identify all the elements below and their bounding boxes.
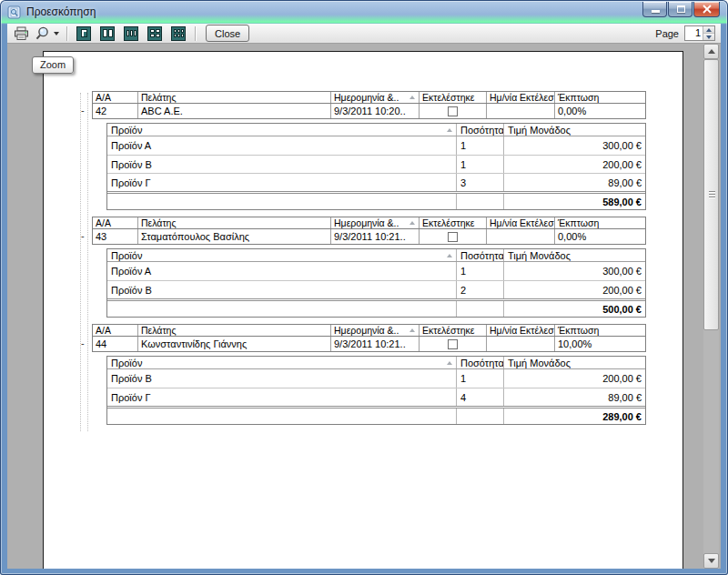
one-page-layout-button[interactable] bbox=[72, 25, 96, 43]
price-cell: 200,00 € bbox=[504, 369, 645, 388]
detail-header-row: Προϊόν Ποσότητα Τιμή Μονάδος bbox=[107, 249, 645, 262]
detail-header-row: Προϊόν Ποσότητα Τιμή Μονάδος bbox=[107, 357, 645, 369]
scroll-down-button[interactable] bbox=[703, 553, 719, 569]
spin-up-icon bbox=[706, 28, 712, 32]
preview-window: Προεσκόπηση bbox=[0, 0, 728, 575]
sort-asc-icon bbox=[410, 96, 415, 99]
group-footer-row: 589,00 € bbox=[107, 191, 645, 209]
page-down-button[interactable] bbox=[703, 34, 714, 40]
vertical-scrollbar[interactable] bbox=[703, 44, 719, 569]
report-page: - Α/Α Πελάτης Ημερομηνία &.. Εκτελέστηκε… bbox=[43, 51, 683, 569]
collapse-indicator[interactable]: - bbox=[81, 336, 85, 350]
maximize-button[interactable] bbox=[668, 2, 693, 17]
master-data-row: 43 Σταματόπουλος Βασίλης 9/3/2011 10:21.… bbox=[93, 229, 645, 244]
column-header-exec-date: Ημ/νία Εκτέλεσ.. bbox=[487, 325, 555, 336]
scroll-up-button[interactable] bbox=[703, 44, 719, 59]
print-button[interactable] bbox=[11, 25, 32, 43]
titlebar: Προεσκόπηση bbox=[0, 0, 728, 24]
detail-row: Προϊόν Α 1 300,00 € bbox=[107, 136, 645, 155]
qty-cell: 1 bbox=[457, 369, 504, 388]
zoom-dropdown-icon[interactable] bbox=[54, 32, 59, 35]
scrollbar-thumb[interactable] bbox=[703, 59, 719, 330]
executed-cell bbox=[420, 337, 487, 351]
detail-table: Προϊόν Ποσότητα Τιμή Μονάδος Προϊόν Β 1 … bbox=[106, 356, 646, 425]
close-icon bbox=[702, 5, 713, 14]
qty-cell: 2 bbox=[457, 281, 504, 298]
page-number-value[interactable]: 1 bbox=[685, 26, 703, 40]
four-pages-icon bbox=[147, 26, 162, 41]
group-total: 589,00 € bbox=[504, 194, 645, 209]
product-cell: Προϊόν Β bbox=[107, 281, 457, 298]
qty-cell: 1 bbox=[457, 136, 504, 155]
sort-asc-icon bbox=[410, 221, 415, 225]
collapse-indicator[interactable]: - bbox=[81, 103, 85, 117]
minimize-button[interactable] bbox=[642, 2, 667, 17]
sort-asc-icon bbox=[447, 128, 452, 132]
column-header-datetime-label: Ημερομηνία &.. bbox=[334, 92, 399, 103]
window-title: Προεσκόπηση bbox=[26, 5, 96, 18]
column-header-datetime-label: Ημερομηνία &.. bbox=[334, 217, 399, 228]
discount-cell: 10,00% bbox=[555, 337, 645, 351]
order-group: - Α/Α Πελάτης Ημερομηνία &.. Εκτελέστηκε… bbox=[92, 324, 646, 425]
column-header-exec-date: Ημ/νία Εκτέλεσ.. bbox=[487, 217, 555, 228]
column-header-client: Πελάτης bbox=[138, 217, 331, 228]
window-icon bbox=[7, 5, 21, 19]
column-header-product: Προϊόν bbox=[107, 357, 457, 368]
qty-cell: 3 bbox=[457, 174, 504, 191]
detail-row: Προϊόν Γ 4 89,00 € bbox=[107, 388, 645, 406]
footer-empty-cell bbox=[107, 301, 457, 317]
four-pages-layout-button[interactable] bbox=[143, 25, 167, 43]
executed-checkbox bbox=[448, 339, 458, 349]
column-header-discount: Έκπτωση bbox=[555, 92, 645, 103]
page-spinner[interactable]: 1 bbox=[684, 25, 715, 41]
master-header-row: Α/Α Πελάτης Ημερομηνία &.. Εκτελέστηκε Η… bbox=[93, 217, 645, 229]
column-header-product-label: Προϊόν bbox=[111, 125, 142, 136]
column-header-qty: Ποσότητα bbox=[457, 124, 504, 136]
datetime-cell: 9/3/2011 10:21.. bbox=[331, 229, 420, 244]
product-cell: Προϊόν Β bbox=[107, 369, 457, 388]
column-header-datetime: Ημερομηνία &.. bbox=[331, 217, 420, 228]
column-header-product: Προϊόν bbox=[107, 124, 457, 136]
two-pages-layout-button[interactable] bbox=[96, 25, 119, 43]
sort-asc-icon bbox=[410, 328, 415, 332]
six-pages-layout-button[interactable] bbox=[167, 25, 190, 43]
column-header-unit-price: Τιμή Μονάδος bbox=[504, 124, 645, 136]
detail-row: Προϊόν Β 1 200,00 € bbox=[107, 369, 645, 388]
price-cell: 300,00 € bbox=[504, 136, 645, 155]
column-header-qty: Ποσότητα bbox=[457, 249, 504, 261]
close-window-button[interactable] bbox=[693, 2, 720, 17]
column-header-product-label: Προϊόν bbox=[111, 358, 142, 368]
sort-asc-icon bbox=[447, 361, 452, 365]
orders-report: - Α/Α Πελάτης Ημερομηνία &.. Εκτελέστηκε… bbox=[92, 91, 646, 431]
product-cell: Προϊόν Γ bbox=[107, 388, 457, 406]
spin-down-icon bbox=[706, 35, 712, 39]
product-cell: Προϊόν Γ bbox=[107, 174, 457, 191]
price-cell: 300,00 € bbox=[504, 262, 645, 280]
exec-date-cell bbox=[487, 337, 555, 351]
detail-row: Προϊόν Β 2 200,00 € bbox=[107, 280, 645, 298]
zoom-button[interactable] bbox=[32, 25, 62, 43]
qty-cell: 4 bbox=[457, 388, 504, 406]
order-id-cell: 43 bbox=[93, 229, 138, 244]
column-header-executed: Εκτελέστηκε bbox=[420, 217, 487, 228]
detail-row: Προϊόν Β 1 200,00 € bbox=[107, 155, 645, 173]
column-header-discount: Έκπτωση bbox=[555, 217, 645, 228]
group-total: 500,00 € bbox=[504, 301, 645, 317]
column-header-exec-date: Ημ/νία Εκτέλεσ.. bbox=[487, 92, 555, 103]
price-cell: 89,00 € bbox=[504, 174, 645, 191]
page-up-button[interactable] bbox=[703, 26, 714, 34]
column-header-qty: Ποσότητα bbox=[457, 357, 504, 368]
zoom-tooltip: Zoom bbox=[32, 56, 74, 74]
datetime-cell: 9/3/2011 10:21.. bbox=[331, 337, 420, 351]
collapse-indicator[interactable]: - bbox=[81, 228, 85, 243]
column-header-client: Πελάτης bbox=[138, 92, 331, 103]
executed-checkbox bbox=[448, 106, 458, 116]
price-cell: 200,00 € bbox=[504, 156, 645, 173]
price-cell: 200,00 € bbox=[504, 281, 645, 298]
client-cell: Κωνσταντινίδης Γιάννης bbox=[138, 337, 331, 351]
three-pages-layout-button[interactable] bbox=[119, 25, 143, 43]
three-pages-icon bbox=[124, 26, 138, 41]
client-cell: ABC A.E. bbox=[138, 104, 331, 118]
column-header-executed: Εκτελέστηκε bbox=[420, 92, 487, 103]
close-preview-button[interactable]: Close bbox=[206, 25, 249, 42]
